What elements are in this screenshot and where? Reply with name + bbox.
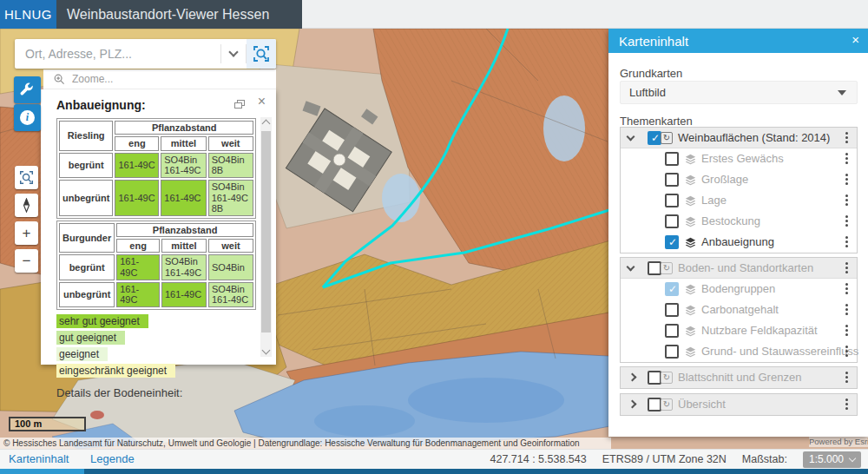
layer-row-bodengruppen[interactable]: Bodengruppen	[621, 279, 857, 300]
layer-checkbox[interactable]	[665, 235, 679, 249]
basemap-select[interactable]: Luftbild	[620, 81, 858, 104]
panel-header: Karteninhalt ×	[608, 29, 868, 53]
crs-readout: ETRS89 / UTM Zone 32N	[602, 453, 727, 465]
layer-row-carbonatgehalt[interactable]: Carbonatgehalt	[621, 300, 857, 320]
layer-checkbox[interactable]	[665, 345, 679, 359]
kebab-menu-icon[interactable]	[845, 283, 849, 295]
layer-row-grund-stauwassereinfluss[interactable]: Grund- und Stauwassereinfluss	[621, 341, 857, 362]
popup-scrollbar[interactable]	[260, 117, 272, 357]
suitability-legend: sehr gut geeignet gut geeignet geeignet …	[56, 314, 256, 378]
magnifier-plus-icon	[54, 74, 65, 85]
chevron-down-icon[interactable]	[627, 133, 635, 142]
group-header[interactable]: ↻ Übersicht	[621, 394, 857, 415]
kebab-menu-icon[interactable]	[845, 398, 849, 411]
layer-row-grosslage[interactable]: Großlage	[621, 169, 857, 190]
scale-select[interactable]: 1:5.000	[803, 451, 861, 468]
powered-by-attribution: Powered by Esri	[809, 437, 868, 447]
group-header[interactable]: ↻ Weinbauflächen (Stand: 2014)	[621, 128, 857, 148]
layer-checkbox[interactable]	[665, 173, 679, 187]
kebab-menu-icon[interactable]	[845, 174, 849, 186]
dropdown-arrow-icon	[838, 90, 846, 95]
row-label: unbegrünt	[59, 180, 113, 216]
kebab-menu-icon[interactable]	[845, 194, 849, 207]
scale-label: Maßstab:	[742, 453, 787, 465]
layers-icon	[685, 284, 696, 295]
layer-row-lage[interactable]: Lage	[621, 190, 857, 211]
group-checkbox[interactable]	[648, 261, 661, 275]
layer-row-nutzbare-feldkapazitaet[interactable]: Nutzbare Feldkapazität	[621, 320, 857, 341]
undock-window-icon[interactable]	[234, 100, 245, 109]
layer-label: Bestockung	[701, 214, 760, 227]
layer-checkbox[interactable]	[665, 324, 679, 338]
search-in-view-button[interactable]	[247, 39, 276, 69]
close-icon[interactable]: ×	[258, 95, 266, 109]
active-tab-indicator	[0, 469, 84, 474]
zoom-to-row	[43, 69, 276, 89]
kebab-menu-icon[interactable]	[845, 325, 849, 337]
group-label: Weinbauflächen (Stand: 2014)	[678, 131, 830, 144]
search-dropdown-button[interactable]	[221, 39, 246, 69]
kebab-menu-icon[interactable]	[845, 132, 849, 144]
tab-karteninhalt[interactable]: Karteninhalt	[9, 452, 69, 465]
layer-label: Nutzbare Feldkapazität	[701, 324, 818, 337]
layer-group-weinbauflaechen: ↻ Weinbauflächen (Stand: 2014) Erstes Ge…	[620, 127, 858, 253]
col-header: mittel	[161, 136, 206, 151]
popup-title: Anbaueignung:	[56, 98, 146, 112]
suitability-cell: 161-49C	[161, 282, 207, 307]
col-header: weit	[208, 239, 253, 253]
group-checkbox[interactable]	[648, 398, 661, 411]
row-label: unbegrünt	[59, 282, 115, 307]
close-icon[interactable]: ×	[852, 32, 859, 47]
zoom-out-button[interactable]: −	[15, 249, 38, 273]
span-header: Pflanzabstand	[116, 223, 253, 237]
chevron-right-icon[interactable]	[628, 400, 637, 409]
group-checkbox[interactable]	[648, 371, 661, 385]
chevron-right-icon[interactable]	[628, 373, 637, 382]
wrench-icon	[20, 82, 35, 97]
group-label: Übersicht	[678, 398, 726, 411]
layer-row-bestockung[interactable]: Bestockung	[621, 211, 857, 232]
info-button[interactable]: i	[14, 104, 41, 131]
scroll-down-icon[interactable]	[262, 346, 271, 355]
kebab-menu-icon[interactable]	[845, 215, 849, 227]
kebab-menu-icon[interactable]	[845, 304, 849, 316]
chevron-down-icon[interactable]	[627, 263, 635, 272]
kebab-menu-icon[interactable]	[845, 262, 849, 274]
kebab-menu-icon[interactable]	[845, 346, 849, 358]
suitability-cell: SO4Bin	[208, 254, 253, 280]
layer-checkbox[interactable]	[665, 194, 679, 207]
col-header: weit	[208, 136, 253, 151]
tab-legende[interactable]: Legende	[90, 452, 135, 465]
group-checkbox[interactable]	[648, 131, 661, 145]
kebab-menu-icon[interactable]	[845, 153, 849, 165]
layer-row-anbaueignung[interactable]: Anbaueignung	[621, 232, 857, 253]
layer-row-erstes-gewaechs[interactable]: Erstes Gewächs	[621, 148, 857, 169]
hlnug-logo[interactable]: HLNUG	[0, 0, 56, 29]
col-header: mittel	[161, 239, 207, 253]
riesling-table: Riesling Pflanzabstand eng mittel weit b…	[56, 118, 256, 219]
group-header[interactable]: ↻ Blattschnitt und Grenzen	[621, 367, 857, 388]
layer-checkbox[interactable]	[665, 303, 679, 317]
zoom-in-button[interactable]: +	[15, 221, 38, 245]
layer-checkbox[interactable]	[665, 282, 679, 296]
zoom-to-input[interactable]	[72, 73, 276, 85]
info-icon: i	[20, 110, 35, 125]
zoom-to-selection-button[interactable]	[15, 166, 38, 189]
compass-button[interactable]	[15, 194, 38, 217]
layer-group-blattschnitt: ↻ Blattschnitt und Grenzen	[620, 366, 858, 389]
layers-icon	[685, 195, 696, 207]
group-header[interactable]: ↻ Boden- und Standortkarten	[621, 258, 857, 279]
layer-checkbox[interactable]	[665, 214, 679, 228]
scrollbar-thumb[interactable]	[261, 131, 271, 332]
layer-checkbox[interactable]	[665, 152, 679, 166]
span-header: Pflanzabstand	[115, 121, 253, 135]
burgunder-table: Burgunder Pflanzabstand eng mittel weit …	[56, 221, 256, 310]
variety-label: Burgunder	[59, 223, 115, 253]
footer-accent-strip	[0, 469, 868, 474]
tools-button[interactable]	[14, 76, 41, 103]
layer-group-boden-standortkarten: ↻ Boden- und Standortkarten Bodengruppen…	[620, 257, 858, 363]
kebab-menu-icon[interactable]	[845, 236, 849, 248]
search-input[interactable]	[15, 39, 220, 69]
scroll-up-icon[interactable]	[262, 120, 271, 128]
kebab-menu-icon[interactable]	[845, 372, 849, 384]
